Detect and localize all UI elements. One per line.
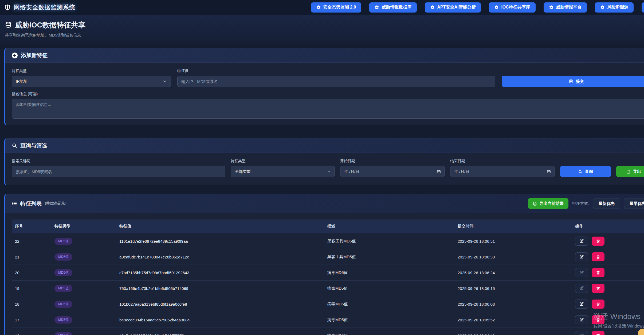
row-type-cell: MD5值 [54,253,119,261]
edit-button[interactable] [575,237,588,246]
start-date-label: 开始日期 [340,159,445,163]
row-time: 2025-09-26 18:05:52 [458,318,575,322]
edit-button[interactable] [575,268,588,277]
app-title: 网络安全数据监测系统 [14,3,75,11]
page-title-row: 威胁IOC数据特征共享 [5,20,644,30]
list-icon [12,201,17,206]
delete-button[interactable] [592,300,604,309]
description-textarea[interactable] [12,99,644,119]
query-button[interactable]: 查询 [560,166,611,177]
edit-button[interactable] [575,300,588,309]
export-button[interactable]: 导出 [616,166,644,177]
row-actions [575,237,644,246]
row-type-cell: MD5值 [54,332,119,335]
table-row: 19 MD5值 750a166e4b73b2e1bffe6d505b714069… [12,281,644,296]
nav-button-label: APT安全AI智能分析 [437,5,476,10]
trash-icon [596,302,600,306]
col-header-desc: 描述 [327,224,458,229]
plus-circle-icon [12,53,18,58]
file-export-icon [626,170,630,174]
gear-icon [549,5,553,10]
export-current-button[interactable]: 导出当前结果 [528,198,568,209]
row-description: 黑客工具MD5值 [327,239,458,244]
nav-button-label: 风险IP溯源 [607,5,628,10]
sort-oldest-button[interactable]: 最早优先 [624,198,644,209]
start-date-input[interactable]: 年 /月/日 [340,166,445,177]
row-time: 2025-09-26 18:06:51 [458,239,575,244]
page-root: 网络安全数据监测系统 安全态势监测 2.0 威胁情报数据库 APT安全AI智能分… [0,0,644,335]
edit-button[interactable] [575,331,588,335]
row-actions [575,252,644,261]
delete-button[interactable] [592,252,604,261]
trash-icon [596,286,600,290]
row-value: b49ecdc994b15aac5cb79052b4aa3084 [119,318,327,322]
row-id: 19 [15,286,54,291]
nav-button-3[interactable]: IOC特征共享库 [489,2,535,13]
submit-label: 提交 [576,79,584,84]
query-label: 查询 [585,169,593,174]
col-header-value: 特征值 [119,224,327,229]
delete-button[interactable] [592,315,604,324]
edit-pencil-icon [579,302,584,306]
nav-button-overflow[interactable] [642,2,644,13]
row-id: 18 [15,302,54,306]
table-row: 16 MD5值 43a7ef433907445bd1b4b742f77776ec… [12,328,644,335]
col-header-actions: 操作 [575,224,644,229]
row-description: 病毒MD5值 [327,317,458,322]
delete-button[interactable] [592,268,604,277]
row-id: 17 [15,318,54,322]
table-row: 21 MD5值 a0eaf8dc7b141e708047e28b862d712c… [12,249,644,265]
row-actions [575,315,644,324]
keyword-input[interactable] [12,166,225,177]
feature-list-header: 特征列表 (共22条记录) 导出当前结果 排序方式: 最新优先 最早优先 [5,194,644,213]
row-value: 101b027aa6a313ebf85d6f1a9a0c6fe8 [119,302,327,306]
row-time: 2025-09-26 18:06:39 [458,255,575,259]
feature-value-label: 特征值 [177,69,495,73]
row-type-cell: MD5值 [54,285,119,292]
row-description: 病毒MD5值 [327,302,458,307]
filter-type-select[interactable]: 全部类型 [231,166,335,177]
row-description: 病毒MD5值 [327,286,458,291]
row-time: 2025-09-26 18:04:49 [458,333,575,335]
feature-type-select[interactable]: IP地址 [12,76,171,87]
delete-button[interactable] [592,237,604,246]
nav-button-0[interactable]: 安全态势监测 2.0 [311,2,362,13]
delete-button[interactable] [592,331,604,335]
delete-button[interactable] [592,284,604,293]
nav-buttons: 安全态势监测 2.0 威胁情报数据库 APT安全AI智能分析 IOC特征共享库 [311,2,644,13]
row-type-cell: MD5值 [54,316,119,324]
row-value: a0eaf8dc7b141e708047e28b862d712c [119,255,327,259]
row-type-cell: MD5值 [54,238,119,245]
nav-button-5[interactable]: 风险IP溯源 [595,2,634,13]
sort-newest-button[interactable]: 最新优先 [593,198,620,209]
calendar-icon [437,170,441,174]
table-header-row: 序号 特征类型 特征值 描述 提交时间 操作 [12,220,644,233]
gear-icon [430,5,435,10]
nav-button-2[interactable]: APT安全AI智能分析 [425,2,481,13]
add-feature-form: 特征类型 IP地址 特征值 [5,63,644,125]
edit-pencil-icon [579,239,584,243]
submit-button[interactable]: 提交 [502,76,644,87]
chevron-down-icon [327,169,331,174]
nav-button-4[interactable]: 威胁情报平台 [544,2,587,13]
feature-list-tools: 导出当前结果 排序方式: 最新优先 最早优先 [528,198,644,209]
edit-pencil-icon [579,270,584,275]
feature-value-input[interactable] [177,76,495,87]
end-date-input[interactable]: 年 /月/日 [450,166,555,177]
chevron-down-icon [163,79,167,83]
description-label: 描述信息 (可选) [12,92,644,97]
table-body: 22 MD5值 1101e1d7e2fe3972ee8489c15a90f9aa… [12,233,644,335]
nav-button-1[interactable]: 威胁情报数据库 [369,2,417,13]
edit-button[interactable] [575,252,588,261]
database-icon [5,22,12,29]
row-description: 黑客工具MD5值 [327,254,458,260]
row-id: 22 [15,239,54,244]
col-header-time: 提交时间 [458,224,575,229]
shield-icon [4,4,11,11]
row-value: c7bd7185bb75d7d99d7badf591292643 [119,270,327,275]
edit-pencil-icon [579,333,584,335]
add-feature-title: 添加新特征 [21,52,48,59]
edit-button[interactable] [575,315,588,324]
feature-type-field: 特征类型 IP地址 [12,69,171,87]
edit-button[interactable] [575,284,588,293]
